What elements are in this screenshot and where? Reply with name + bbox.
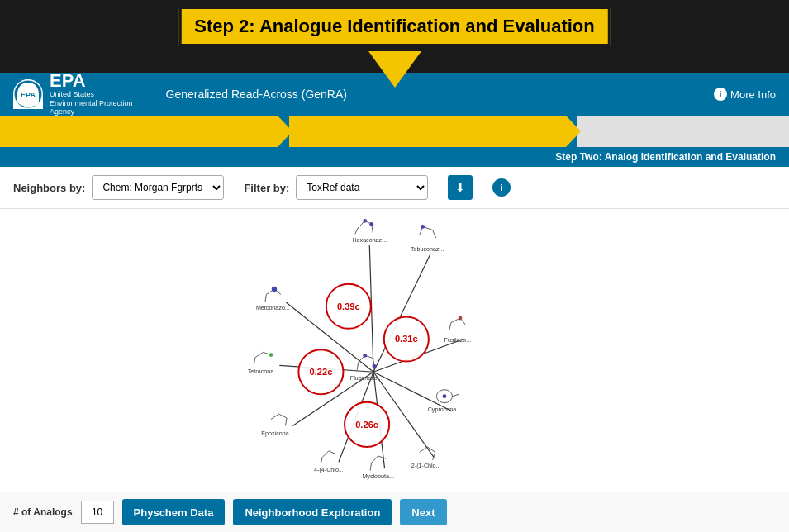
epoxicona-molecule: Epoxicona... (261, 414, 293, 436)
visualization-area: Hexaconaz... Tebuconaz... Fusilazo... (0, 209, 789, 492)
svg-text:0.26c: 0.26c (355, 420, 378, 430)
svg-line-30 (452, 394, 459, 396)
svg-text:0.22c: 0.22c (309, 367, 332, 377)
info-icon: i (501, 183, 503, 192)
svg-point-52 (269, 353, 273, 357)
svg-line-45 (271, 414, 279, 419)
neighbors-select[interactable]: Chem: Morgan Fgrprts (92, 175, 224, 200)
svg-line-47 (285, 418, 287, 426)
2chloro-molecule: 2-(1-Chlo... (411, 447, 441, 469)
download-button[interactable]: ⬇ (448, 175, 473, 200)
svg-text:Epoxicona...: Epoxicona... (261, 430, 293, 437)
svg-line-49 (255, 352, 264, 357)
bottom-bar: # of Analogs Physchem Data Neighborhood … (0, 492, 789, 532)
analogs-label: # of Analogs (13, 506, 73, 518)
epa-shield-icon: EPA (13, 79, 43, 109)
filter-select[interactable]: ToxRef data (296, 175, 428, 200)
epa-logo: EPA EPA United StatesEnvironmental Prote… (13, 72, 133, 116)
physchem-data-button[interactable]: Physchem Data (122, 499, 226, 525)
filter-label: Filter by: (244, 182, 289, 194)
step-3-arrow[interactable] (577, 116, 789, 147)
svg-line-37 (372, 456, 378, 463)
svg-line-20 (433, 230, 436, 238)
svg-point-22 (421, 225, 425, 229)
svg-text:2-(1-Chlo...: 2-(1-Chlo... (411, 463, 441, 469)
next-button[interactable]: Next (400, 499, 446, 525)
svg-text:0.39c: 0.39c (337, 302, 360, 311)
svg-line-43 (321, 458, 322, 464)
svg-text:Metconаzo...: Metconаzo... (256, 305, 290, 311)
svg-text:4-(4-Chlo...: 4-(4-Chlo... (314, 467, 344, 473)
svg-point-63 (363, 354, 367, 358)
svg-text:Tetracona...: Tetracona... (248, 368, 278, 375)
page-title: Step 2: Analogue Identification and Eval… (194, 16, 594, 37)
svg-point-17 (369, 222, 373, 226)
svg-text:Hexaconaz...: Hexaconaz... (352, 237, 387, 244)
analogs-input[interactable] (81, 501, 114, 524)
svg-text:Myclobuta...: Myclobuta... (362, 473, 394, 480)
svg-point-16 (363, 219, 367, 223)
neighbors-label: Neighbors by: (13, 182, 85, 194)
svg-text:Fluconаzo...: Fluconаzo... (350, 375, 383, 382)
title-banner: Step 2: Analogue Identification and Eval… (178, 7, 610, 46)
hexaconaz-molecule: Hexaconaz... (352, 219, 387, 244)
neighbors-control: Neighbors by: Chem: Morgan Fgrprts (13, 175, 224, 200)
controls-bar: Neighbors by: Chem: Morgan Fgrprts Filte… (0, 167, 789, 209)
svg-line-42 (329, 451, 335, 454)
step-1-arrow[interactable] (0, 116, 278, 147)
svg-line-5 (373, 372, 452, 411)
svg-point-31 (443, 394, 447, 398)
svg-point-57 (272, 287, 277, 292)
filter-control: Filter by: ToxRef data (244, 175, 428, 200)
step-navigation (0, 116, 789, 147)
svg-text:0.31c: 0.31c (395, 334, 418, 344)
neighborhood-exploration-button[interactable]: Neighborhood Exploration (233, 499, 392, 525)
epa-agency-text: EPA United StatesEnvironmental Protectio… (50, 72, 133, 116)
step-2-arrow[interactable] (289, 116, 566, 147)
svg-line-62 (357, 362, 359, 370)
step-label-bar: Step Two: Analog Identification and Eval… (0, 147, 789, 167)
svg-text:EPA: EPA (21, 91, 36, 99)
tebuconaz-molecule: Tebuconaz... (411, 225, 444, 253)
svg-line-46 (279, 414, 288, 418)
svg-text:Fusilazo...: Fusilazo... (444, 337, 472, 344)
svg-line-39 (370, 463, 372, 471)
main-content: Neighbors by: Chem: Morgan Fgrprts Filte… (0, 167, 789, 532)
info-button[interactable]: i (492, 178, 511, 197)
download-icon: ⬇ (455, 181, 465, 194)
fusilazo-molecule: Fusilazo... (444, 316, 472, 344)
metconаzo-molecule: Metconаzo... (256, 287, 290, 312)
svg-line-38 (378, 456, 387, 458)
tetracona-molecule: Tetracona... (248, 352, 278, 374)
svg-line-56 (265, 294, 267, 302)
svg-text:Cyproconа...: Cyproconа... (428, 406, 461, 413)
molecule-network-svg: Hexaconaz... Tebuconaz... Fusilazo... (0, 209, 789, 492)
svg-text:Tebuconaz...: Tebuconaz... (411, 246, 444, 253)
svg-line-41 (322, 451, 329, 458)
svg-line-15 (355, 227, 359, 234)
svg-point-64 (372, 364, 376, 368)
svg-line-51 (254, 358, 255, 366)
info-icon: i (714, 88, 727, 101)
4chloro-molecule: 4-(4-Chlo... (314, 451, 344, 473)
svg-line-26 (449, 323, 451, 331)
more-info-button[interactable]: i More Info (714, 88, 776, 101)
app-name: Generalized Read-Across (GenRA) (166, 88, 715, 101)
svg-line-33 (420, 447, 428, 452)
svg-point-27 (459, 316, 463, 321)
arrow-down-indicator (368, 51, 421, 88)
step-label-text: Step Two: Analog Identification and Eval… (555, 151, 776, 163)
myclobuta-molecule: Myclobuta... (362, 456, 394, 480)
